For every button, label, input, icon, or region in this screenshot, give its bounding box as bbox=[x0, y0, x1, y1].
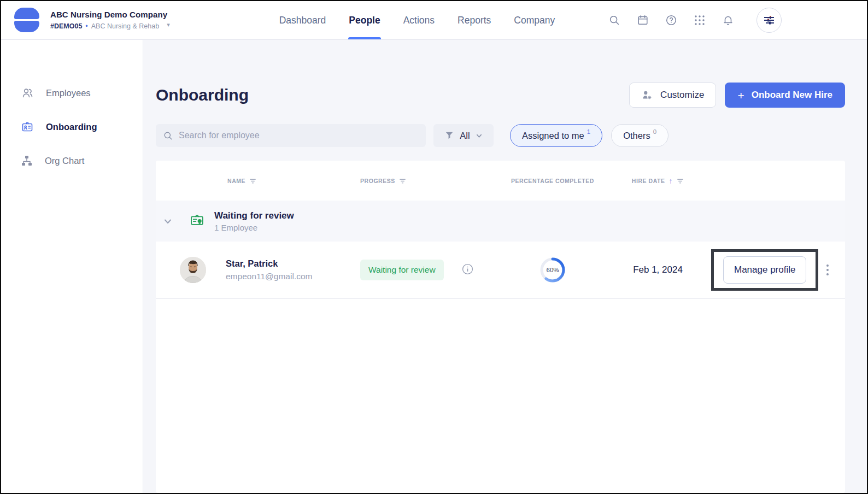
separator-dot: • bbox=[85, 22, 87, 30]
filter-all-button[interactable]: All bbox=[433, 124, 494, 147]
group-main: Waiting for review 1 Employee bbox=[180, 210, 845, 232]
top-icon-group bbox=[608, 8, 782, 33]
info-icon[interactable] bbox=[462, 263, 473, 277]
customize-label: Customize bbox=[660, 90, 704, 101]
others-count-badge: 0 bbox=[653, 125, 656, 139]
filter-sort-icon bbox=[249, 178, 256, 184]
employee-search bbox=[156, 124, 426, 147]
assigned-to-me-pill[interactable]: Assigned to me 1 bbox=[510, 124, 602, 147]
sidebar-item-label: Employees bbox=[46, 88, 91, 98]
filter-all-label: All bbox=[460, 131, 470, 141]
search-input[interactable] bbox=[179, 131, 419, 140]
others-label: Others bbox=[623, 125, 650, 146]
main-area: Employees Onboarding Org Chart Onboardin… bbox=[1, 40, 867, 493]
app-window: ABC Nursing Demo Company #DEMO05 • ABC N… bbox=[0, 0, 868, 494]
employee-identity: Star, Patrick empeon11@gmail.com bbox=[226, 258, 312, 281]
plus-icon: + bbox=[737, 90, 744, 101]
customize-button[interactable]: Customize bbox=[629, 83, 716, 108]
onboarding-table: Name Progress Percentage completed Hire … bbox=[156, 161, 845, 493]
company-subtitle: #DEMO05 • ABC Nursing & Rehab ▾ bbox=[50, 21, 170, 31]
notifications-icon[interactable] bbox=[722, 14, 735, 27]
help-icon[interactable] bbox=[665, 14, 678, 27]
group-row-waiting-for-review: Waiting for review 1 Employee bbox=[156, 201, 845, 242]
employee-avatar bbox=[180, 257, 206, 283]
column-header-hire-date[interactable]: Hire date ↑ bbox=[607, 177, 708, 185]
annotation-highlight-box: Manage profile bbox=[711, 249, 818, 291]
others-pill[interactable]: Others 0 bbox=[611, 124, 668, 147]
column-header-progress[interactable]: Progress bbox=[354, 178, 498, 184]
logo-shape-bottom bbox=[14, 21, 39, 32]
column-header-percentage[interactable]: Percentage completed bbox=[498, 178, 607, 184]
group-text: Waiting for review 1 Employee bbox=[214, 210, 294, 232]
page-title: Onboarding bbox=[156, 86, 249, 104]
assigned-to-me-label: Assigned to me bbox=[522, 125, 584, 146]
sidebar-item-onboarding[interactable]: Onboarding bbox=[1, 119, 143, 135]
top-bar: ABC Nursing Demo Company #DEMO05 • ABC N… bbox=[1, 1, 867, 40]
employee-row: Star, Patrick empeon11@gmail.com Waiting… bbox=[156, 242, 845, 299]
tab-dashboard[interactable]: Dashboard bbox=[279, 1, 326, 39]
page-actions: Customize + Onboard New Hire bbox=[629, 83, 845, 108]
sidebar-item-label: Onboarding bbox=[46, 122, 97, 132]
user-preferences-button[interactable] bbox=[756, 8, 782, 33]
search-icon[interactable] bbox=[608, 14, 621, 27]
company-name: ABC Nursing Demo Company bbox=[50, 10, 170, 19]
preferences-sliders-icon bbox=[763, 14, 776, 27]
status-badge: Waiting for review bbox=[360, 260, 444, 280]
manage-profile-button[interactable]: Manage profile bbox=[723, 256, 806, 284]
logo-shape-top bbox=[14, 8, 39, 19]
row-menu-kebab-icon[interactable] bbox=[824, 262, 831, 278]
group-subtitle: 1 Employee bbox=[214, 223, 294, 232]
percentage-label: 60% bbox=[539, 256, 566, 284]
employee-name-cell: Star, Patrick empeon11@gmail.com bbox=[180, 257, 354, 283]
collapse-chevron-icon[interactable] bbox=[156, 216, 180, 226]
filter-sort-icon bbox=[399, 178, 406, 184]
calendar-icon[interactable] bbox=[636, 14, 649, 27]
tab-people[interactable]: People bbox=[349, 1, 380, 39]
column-header-name[interactable]: Name bbox=[180, 178, 354, 184]
chevron-down-icon bbox=[476, 132, 483, 139]
company-switcher[interactable]: ABC Nursing Demo Company #DEMO05 • ABC N… bbox=[50, 10, 170, 31]
employees-icon bbox=[21, 86, 34, 99]
table-header-row: Name Progress Percentage completed Hire … bbox=[156, 161, 845, 201]
brand-logo bbox=[14, 8, 39, 33]
tab-reports[interactable]: Reports bbox=[458, 1, 491, 39]
filter-funnel-icon bbox=[444, 131, 454, 140]
onboarding-badge-icon bbox=[21, 120, 34, 133]
page-header: Onboarding Customize + Onboard New Hire bbox=[156, 83, 845, 108]
apps-grid-icon[interactable] bbox=[693, 14, 706, 27]
progress-ring: 60% bbox=[539, 256, 566, 284]
progress-cell: Waiting for review bbox=[354, 260, 498, 280]
filter-sort-icon bbox=[677, 178, 684, 184]
company-code: #DEMO05 bbox=[50, 22, 82, 30]
tab-company[interactable]: Company bbox=[514, 1, 555, 39]
search-icon bbox=[163, 131, 173, 141]
filter-row: All Assigned to me 1 Others 0 bbox=[156, 124, 845, 147]
action-cell: Manage profile bbox=[708, 249, 845, 291]
sort-ascending-icon: ↑ bbox=[669, 177, 673, 185]
person-gear-icon bbox=[641, 89, 653, 101]
employee-email: empeon11@gmail.com bbox=[226, 272, 312, 281]
sidebar: Employees Onboarding Org Chart bbox=[1, 40, 143, 493]
sidebar-item-label: Org Chart bbox=[45, 156, 84, 166]
content-area: Onboarding Customize + Onboard New Hire bbox=[143, 40, 867, 493]
main-nav: Dashboard People Actions Reports Company bbox=[279, 1, 555, 39]
chevron-down-icon[interactable]: ▾ bbox=[167, 21, 170, 31]
sidebar-item-employees[interactable]: Employees bbox=[1, 85, 143, 101]
review-badge-icon bbox=[190, 213, 204, 230]
employee-name[interactable]: Star, Patrick bbox=[226, 258, 312, 269]
tab-actions[interactable]: Actions bbox=[403, 1, 435, 39]
org-chart-icon bbox=[21, 155, 33, 167]
percentage-cell: 60% bbox=[498, 256, 607, 284]
group-title: Waiting for review bbox=[214, 210, 294, 221]
hire-date-cell: Feb 1, 2024 bbox=[607, 264, 708, 275]
sidebar-item-org-chart[interactable]: Org Chart bbox=[1, 152, 143, 169]
onboard-new-hire-label: Onboard New Hire bbox=[752, 90, 832, 101]
company-division: ABC Nursing & Rehab bbox=[91, 22, 159, 30]
assigned-count-badge: 1 bbox=[587, 125, 590, 139]
onboard-new-hire-button[interactable]: + Onboard New Hire bbox=[725, 83, 845, 108]
